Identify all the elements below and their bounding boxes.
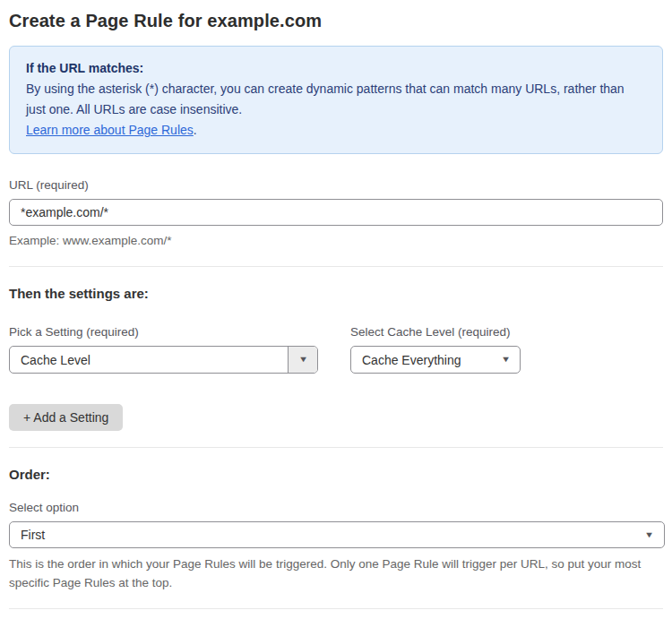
info-box-body: By using the asterisk (*) character, you… — [26, 79, 644, 120]
info-box-heading: If the URL matches: — [26, 58, 646, 79]
arrow-glyph: ▼ — [500, 356, 510, 364]
url-match-info-box: If the URL matches: By using the asteris… — [9, 46, 663, 154]
link-suffix: . — [194, 123, 197, 137]
order-select-value: First — [10, 528, 633, 542]
order-select-label: Select option — [9, 501, 663, 514]
chevron-down-icon: ▼ — [491, 356, 520, 364]
setting-picker-label: Pick a Setting (required) — [9, 325, 318, 339]
arrow-glyph: ▼ — [297, 356, 307, 364]
divider — [9, 447, 663, 448]
cache-level-picker-group: Select Cache Level (required) Cache Ever… — [350, 325, 521, 374]
arrow-glyph: ▼ — [643, 531, 653, 539]
divider — [9, 608, 663, 609]
url-example-helper: Example: www.example.com/* — [9, 232, 663, 250]
settings-row: Pick a Setting (required) Cache Level ▼ … — [9, 325, 663, 374]
order-helper-text: This is the order in which your Page Rul… — [9, 555, 663, 592]
add-setting-button[interactable]: + Add a Setting — [9, 404, 123, 431]
order-section-heading: Order: — [9, 467, 663, 482]
setting-select[interactable]: Cache Level ▼ — [9, 346, 318, 374]
cache-level-select[interactable]: Cache Everything ▼ — [350, 346, 521, 374]
learn-more-link[interactable]: Learn more about Page Rules — [26, 123, 194, 137]
divider — [9, 266, 663, 267]
url-input[interactable] — [9, 199, 663, 226]
page-rule-form: Create a Page Rule for example.com If th… — [0, 0, 672, 619]
chevron-down-icon: ▼ — [633, 531, 664, 539]
url-field-label: URL (required) — [9, 178, 663, 192]
setting-picker-group: Pick a Setting (required) Cache Level ▼ — [9, 325, 318, 374]
cache-level-picker-label: Select Cache Level (required) — [350, 325, 521, 339]
page-title: Create a Page Rule for example.com — [9, 11, 663, 31]
chevron-down-icon[interactable]: ▼ — [288, 347, 317, 373]
cache-level-select-value: Cache Everything — [351, 353, 491, 367]
setting-select-value: Cache Level — [10, 353, 288, 367]
settings-section-heading: Then the settings are: — [9, 286, 663, 301]
order-select[interactable]: First ▼ — [9, 521, 665, 548]
